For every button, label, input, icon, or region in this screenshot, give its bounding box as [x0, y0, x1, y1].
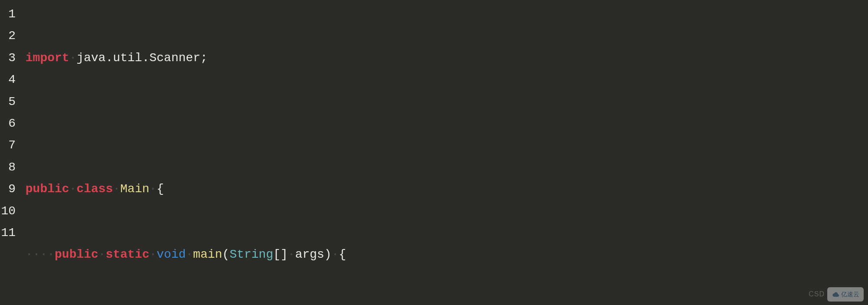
code-line-4: ····public·static·void·main(String[]·arg… — [18, 244, 868, 266]
line-number: 4 — [0, 69, 18, 91]
line-number: 10 — [0, 200, 18, 222]
line-number: 1 — [0, 3, 18, 25]
line-number: 6 — [0, 113, 18, 134]
line-number: 2 — [0, 25, 18, 47]
line-number-gutter: 1 2 3 4 5 6 7 8 9 10 11 — [0, 3, 18, 305]
watermark-badge: 亿速云 — [827, 287, 864, 302]
line-number: 9 — [0, 178, 18, 200]
line-number: 7 — [0, 134, 18, 156]
code-editor: 1 2 3 4 5 6 7 8 9 10 11 import·java.util… — [0, 0, 868, 305]
code-line-2 — [18, 113, 868, 134]
watermark: CSD 亿速云 — [809, 287, 864, 302]
code-area[interactable]: import·java.util.Scanner; public·class·M… — [18, 3, 868, 305]
line-number: 5 — [0, 91, 18, 113]
line-number: 3 — [0, 47, 18, 69]
cloud-icon — [832, 291, 839, 297]
line-number: 11 — [0, 222, 18, 244]
watermark-right-text: 亿速云 — [841, 289, 859, 300]
code-line-3: public·class·Main·{ — [18, 178, 868, 200]
line-number: 8 — [0, 157, 18, 178]
watermark-left-text: CSD — [809, 288, 825, 301]
code-line-1: import·java.util.Scanner; — [18, 47, 868, 69]
